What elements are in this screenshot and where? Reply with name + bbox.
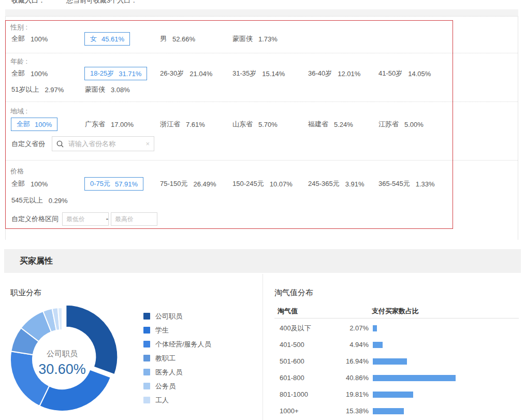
taoqi-range-label: 400及以下: [280, 320, 311, 337]
filter-option[interactable]: 福建省5.24%: [308, 117, 353, 132]
taoqi-range-label: 501-600: [280, 353, 304, 370]
option-value: 5.24%: [334, 121, 353, 128]
taoqi-row: 601-80040.86%: [274, 370, 519, 386]
filter-option[interactable]: 全部100%: [11, 66, 48, 81]
filter-option[interactable]: 31-35岁15.14%: [232, 66, 285, 81]
filter-option[interactable]: 浙江省7.61%: [160, 117, 205, 132]
option-label: 全部: [11, 34, 25, 44]
legend-swatch: [143, 355, 150, 361]
option-value: 100%: [31, 180, 48, 188]
filter-option[interactable]: 150-245元10.07%: [232, 177, 293, 191]
donut-center-value: 30.60%: [38, 361, 86, 377]
table-header-divider: [274, 318, 519, 318]
option-value: 12.01%: [338, 70, 360, 78]
taoqi-row: 801-100019.81%: [274, 386, 519, 403]
option-value: 1.33%: [416, 180, 435, 188]
taoqi-percent-value: 16.94%: [324, 353, 369, 370]
section-divider: [6, 53, 518, 53]
clear-icon[interactable]: ×: [145, 140, 150, 147]
taoqi-range-label: 1000+: [280, 403, 299, 419]
filter-option[interactable]: 江苏省5.00%: [378, 117, 424, 132]
filter-option[interactable]: 蒙面侠3.08%: [85, 82, 130, 97]
taoqi-col-header-value: 淘气值: [278, 307, 298, 316]
filter-option-selected[interactable]: 18-25岁31.71%: [84, 67, 147, 80]
option-label: 广东省: [85, 120, 105, 129]
legend-label: 医务人员: [155, 368, 182, 377]
option-label: 山东省: [232, 120, 253, 129]
legend-item: 教职工: [143, 351, 211, 365]
option-value: 100%: [31, 35, 48, 43]
filter-option-selected[interactable]: 女45.61%: [84, 32, 130, 46]
option-value: 17.00%: [111, 121, 134, 128]
taoqi-bar: [373, 408, 404, 414]
max-price-input[interactable]: [111, 212, 157, 226]
legend-label: 个体经营/服务人员: [155, 340, 211, 349]
filter-option[interactable]: 75-150元26.49%: [160, 177, 216, 191]
filter-option[interactable]: 广东省17.00%: [85, 117, 134, 132]
option-label: 蒙面侠: [232, 34, 253, 44]
option-value: 3.91%: [345, 180, 364, 188]
option-value: 14.05%: [408, 70, 431, 78]
legend-item: 学生: [143, 323, 211, 337]
filter-option-selected[interactable]: 0-75元57.91%: [84, 177, 143, 191]
filter-option[interactable]: 545元以上0.29%: [11, 193, 68, 208]
taoqi-range-label: 601-800: [280, 370, 304, 386]
filter-option[interactable]: 全部100%: [11, 32, 48, 46]
province-search-input[interactable]: [67, 139, 142, 148]
filter-option[interactable]: 41-50岁14.05%: [378, 66, 431, 81]
filter-option[interactable]: 36-40岁12.01%: [308, 66, 360, 81]
option-label: 245-365元: [308, 179, 340, 189]
filter-option[interactable]: 蒙面侠1.73%: [232, 32, 278, 46]
section-divider: [6, 102, 518, 102]
legend-label: 公司职员: [155, 312, 182, 321]
option-value: 5.70%: [258, 121, 278, 128]
option-value: 26.49%: [193, 180, 216, 188]
min-price-input[interactable]: [62, 212, 109, 226]
filter-option[interactable]: 245-365元3.91%: [308, 177, 364, 191]
filter-option[interactable]: 365-545元1.33%: [378, 177, 435, 191]
collect-entry-label: 收藏入口：: [11, 0, 45, 5]
buyer-attributes-header: 买家属性: [4, 249, 521, 273]
filter-label-region: 地域 :: [10, 107, 27, 116]
legend-swatch: [143, 383, 150, 389]
taoqi-range-label: 801-1000: [280, 386, 308, 403]
legend-item: 工人: [143, 393, 211, 407]
region-options-row: 全部100%广东省17.00%浙江省7.61%山东省5.70%福建省5.24%江…: [0, 117, 525, 132]
filter-option[interactable]: 山东省5.70%: [232, 117, 278, 132]
taoqi-row: 400及以下2.07%: [274, 320, 519, 337]
taoqi-bar: [373, 342, 383, 348]
filter-option-selected[interactable]: 全部100%: [11, 118, 57, 131]
taoqi-percent-value: 4.94%: [324, 337, 369, 353]
option-label: 150-245元: [232, 179, 264, 189]
option-value: 52.66%: [172, 35, 195, 43]
taoqi-bar: [373, 325, 377, 331]
filter-option[interactable]: 26-30岁21.04%: [160, 66, 212, 81]
legend-label: 公务员: [155, 382, 176, 391]
filter-option[interactable]: 全部100%: [11, 177, 48, 191]
legend-swatch: [143, 341, 150, 347]
legend-swatch: [143, 313, 150, 320]
option-value: 10.07%: [270, 180, 293, 188]
filter-option[interactable]: 51岁以上2.97%: [11, 82, 64, 97]
option-value: 45.61%: [101, 35, 124, 43]
option-label: 福建省: [308, 120, 328, 129]
collect-entry-hint: 您当前可收藏3个入口：: [66, 0, 137, 5]
filter-label-gender: 性别 :: [10, 23, 27, 32]
filter-label-age: 年龄 :: [10, 57, 27, 66]
occupation-legend: 公司职员学生个体经营/服务人员教职工医务人员公务员工人: [143, 309, 211, 407]
gender-options-row: 全部100%女45.61%男52.66%蒙面侠1.73%: [0, 32, 525, 46]
price-range-dash: -: [104, 212, 110, 226]
taoqi-percent-value: 2.07%: [324, 320, 369, 337]
option-value: 31.71%: [119, 70, 141, 78]
option-label: 545元以上: [11, 196, 43, 205]
taoqi-bar: [373, 358, 407, 365]
option-label: 全部: [11, 69, 25, 78]
taoqi-percent-value: 19.81%: [324, 386, 369, 403]
option-label: 男: [160, 34, 167, 44]
option-value: 7.61%: [186, 121, 205, 128]
option-label: 36-40岁: [308, 69, 332, 78]
filter-option[interactable]: 男52.66%: [160, 32, 195, 46]
page: 收藏入口： 您当前可收藏3个入口： 性别 : 年龄 : 地域 : 价格 全部10…: [0, 0, 525, 420]
taoqi-row: 1000+15.38%: [274, 403, 519, 419]
province-search-box[interactable]: ×: [52, 136, 154, 151]
